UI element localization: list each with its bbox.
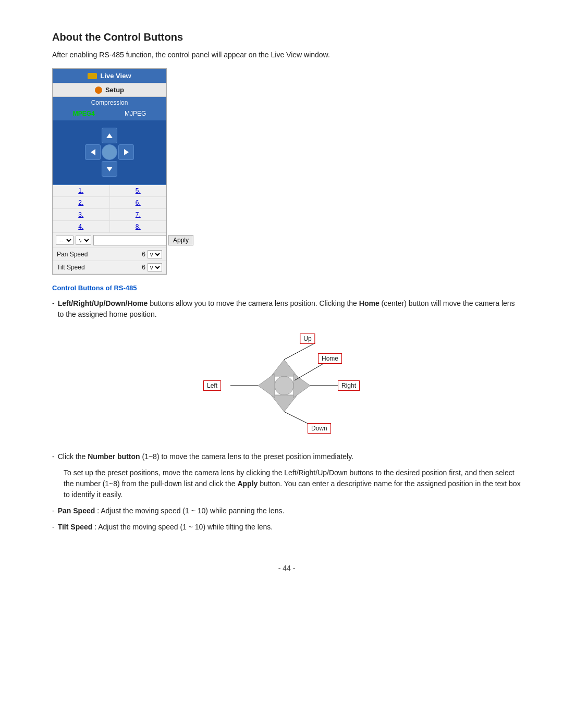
- right-label: Right: [338, 380, 360, 391]
- panel-caption: Control Buttons of RS-485: [52, 284, 521, 292]
- indent-paragraph: To set up the preset positions, move the…: [64, 467, 521, 500]
- tilt-speed-label: Tilt Speed: [57, 264, 85, 271]
- pan-speed-label: Pan Speed: [57, 251, 88, 258]
- left-arrow-icon: [91, 149, 95, 155]
- tilt-speed-row: Tilt Speed 6 v: [53, 261, 166, 274]
- bullet-text-3: : Adjust the moving speed (1 ~ 10) while…: [97, 507, 284, 515]
- up-label: Up: [300, 334, 315, 344]
- home-label: Home: [318, 353, 342, 364]
- tilt-speed-select[interactable]: v: [148, 263, 162, 272]
- page-title: About the Control Buttons: [52, 31, 521, 43]
- apply-button[interactable]: Apply: [168, 235, 193, 245]
- preset-6[interactable]: 6.: [110, 197, 167, 208]
- bullet-dash-2: -: [52, 451, 55, 462]
- svg-marker-1: [271, 360, 297, 376]
- pan-speed-select[interactable]: v: [148, 250, 162, 258]
- intro-text: After enabling RS-485 function, the cont…: [52, 51, 521, 59]
- direction-diagram: Up Home Right Left Down: [203, 328, 370, 443]
- dpad-up-button[interactable]: [102, 128, 117, 143]
- svg-marker-2: [271, 395, 297, 412]
- live-view-row[interactable]: Live View: [53, 69, 166, 83]
- svg-marker-4: [293, 374, 310, 398]
- left-label: Left: [203, 380, 221, 391]
- bullet-item-1: - Left/Right/Up/Down/Home buttons allow …: [52, 298, 521, 320]
- dpad-bottomright: [118, 161, 134, 177]
- page-number: - 44 -: [52, 564, 521, 572]
- preset-row-4: 4. 8.: [53, 221, 166, 233]
- bullet-item-2: - Click the Number button (1~8) to move …: [52, 451, 521, 462]
- bold-number-button: Number button: [88, 452, 140, 461]
- bullet-dash-4: -: [52, 522, 55, 533]
- bullet-text-4: : Adjust the moving speed (1 ~ 10) while…: [94, 523, 273, 531]
- pan-speed-row: Pan Speed 6 v: [53, 248, 166, 261]
- dpad-home-button[interactable]: [102, 144, 117, 160]
- bullet-text-1a: buttons allow you to move the camera len…: [150, 299, 359, 307]
- bullet-content-2: Click the Number button (1~8) to move th…: [58, 451, 521, 462]
- setup-row[interactable]: Setup: [53, 83, 166, 97]
- preset-8[interactable]: 8.: [110, 221, 167, 232]
- right-arrow-icon: [124, 149, 129, 155]
- setup-label: Setup: [105, 86, 124, 94]
- preset-minus-select[interactable]: --: [56, 236, 74, 245]
- codec-mpeg4[interactable]: MPEG4: [73, 110, 95, 117]
- bold-directions: Left/Right/Up/Down/Home: [58, 299, 148, 307]
- tilt-speed-value: 6: [142, 264, 145, 271]
- dpad-left-button[interactable]: [85, 144, 101, 160]
- up-arrow-icon: [106, 133, 113, 138]
- direction-diagram-container: Up Home Right Left Down: [52, 328, 521, 443]
- dpad-down-button[interactable]: [102, 161, 117, 177]
- bullet-dash-3: -: [52, 505, 55, 516]
- pan-speed-control: 6 v: [142, 250, 162, 258]
- bullet-item-3: - Pan Speed : Adjust the moving speed (1…: [52, 505, 521, 516]
- dpad-topright: [118, 128, 134, 143]
- bullet-item-4: - Tilt Speed : Adjust the moving speed (…: [52, 522, 521, 533]
- preset-2[interactable]: 2.: [53, 197, 110, 208]
- down-label: Down: [308, 423, 331, 434]
- bullet-text-2b: (1~8) to move the camera lens to the pre…: [142, 452, 353, 461]
- bold-home: Home: [359, 299, 380, 307]
- preset-3[interactable]: 3.: [53, 209, 110, 220]
- bullet-dash-1: -: [52, 298, 55, 320]
- camera-icon: [88, 73, 97, 79]
- preset-grid: 1. 5. 2. 6. 3. 7. 4. 8.: [53, 184, 166, 233]
- dpad-right-button[interactable]: [118, 144, 134, 160]
- preset-row-2: 2. 6.: [53, 197, 166, 209]
- down-arrow-icon: [106, 167, 113, 171]
- svg-marker-3: [258, 374, 275, 398]
- codec-mjpeg[interactable]: MJPEG: [125, 110, 146, 117]
- codec-row: MPEG4 MJPEG: [53, 108, 166, 120]
- preset-4[interactable]: 4.: [53, 221, 110, 232]
- bold-tilt-speed: Tilt Speed: [58, 523, 93, 531]
- preset-7[interactable]: 7.: [110, 209, 167, 220]
- bullet-content-3: Pan Speed : Adjust the moving speed (1 ~…: [58, 505, 521, 516]
- preset-name-input[interactable]: [93, 235, 166, 245]
- preset-num-select[interactable]: v: [76, 236, 91, 245]
- svg-point-0: [275, 376, 293, 395]
- dpad-bottomleft: [85, 161, 101, 177]
- preset-row-3: 3. 7.: [53, 209, 166, 221]
- bullet-content-4: Tilt Speed : Adjust the moving speed (1 …: [58, 522, 521, 533]
- live-view-label: Live View: [100, 72, 131, 80]
- svg-line-5: [284, 343, 315, 360]
- preset-1[interactable]: 1.: [53, 185, 110, 196]
- pan-speed-value: 6: [142, 251, 145, 258]
- svg-line-6: [295, 364, 323, 380]
- setup-icon: [95, 87, 102, 94]
- dpad-topleft: [85, 128, 101, 143]
- compression-label: Compression: [53, 97, 166, 108]
- preset-5[interactable]: 5.: [110, 185, 167, 196]
- tilt-speed-control: 6 v: [142, 263, 162, 272]
- bullet-content-1: Left/Right/Up/Down/Home buttons allow yo…: [58, 298, 521, 320]
- apply-row: -- v Apply: [53, 233, 166, 248]
- panel-container: Live View Setup Compression MPEG4 MJPEG: [52, 68, 521, 275]
- bold-apply: Apply: [237, 479, 258, 488]
- dpad-area: [53, 120, 166, 184]
- directional-pad: [85, 128, 134, 177]
- control-panel: Live View Setup Compression MPEG4 MJPEG: [52, 68, 167, 275]
- bullet-text-2a: Click the: [58, 452, 88, 461]
- preset-row-1: 1. 5.: [53, 185, 166, 197]
- bold-pan-speed: Pan Speed: [58, 507, 95, 515]
